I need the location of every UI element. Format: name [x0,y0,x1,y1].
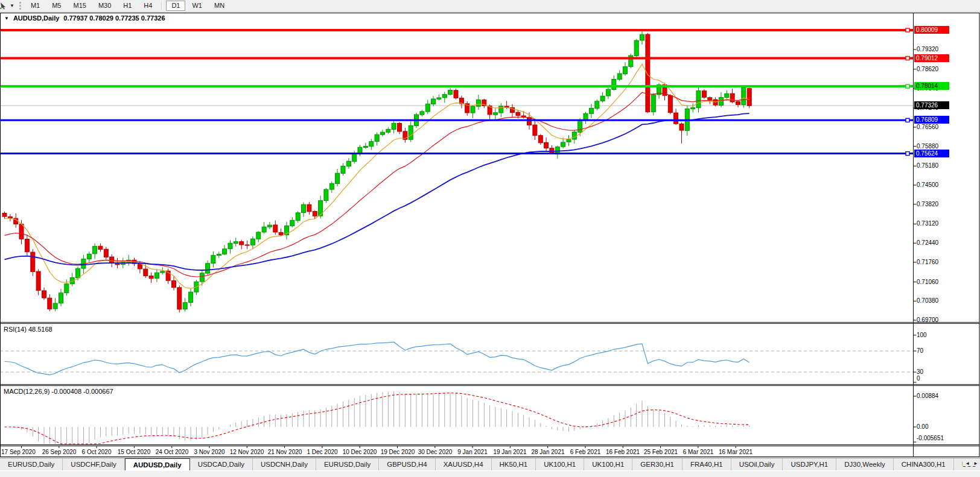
chart-frame [0,13,979,457]
macd-indicator-label: MACD(12,26,9) -0.000408 -0.000667 [4,388,113,395]
tab-scroll-right-icon[interactable]: ► [973,461,978,466]
tab-scroll-left-icon[interactable]: ◄ [965,461,970,466]
rsi-indicator-label: RSI(14) 48.5168 [4,326,52,333]
fast-ma-line [5,64,749,288]
mt4-app: ▼ M1M5M15M30H1H4D1W1MN ▼ AUDUSD,Daily 0.… [0,0,980,477]
collapse-triangle-icon[interactable]: ▼ [4,16,9,21]
candles-layer [2,30,751,313]
chart-title-row: ▼ AUDUSD,Daily 0.77937 0.78029 0.77235 0… [4,14,165,22]
tab-scroll-buttons: ◄ ► [962,461,978,466]
chart-symbol-title: AUDUSD,Daily [13,14,59,22]
rsi-layer [0,342,914,375]
macd-layer [5,391,749,444]
chart-ohlc-values: 0.77937 0.78029 0.77235 0.77326 [63,14,165,22]
chart-canvas[interactable] [0,0,980,477]
